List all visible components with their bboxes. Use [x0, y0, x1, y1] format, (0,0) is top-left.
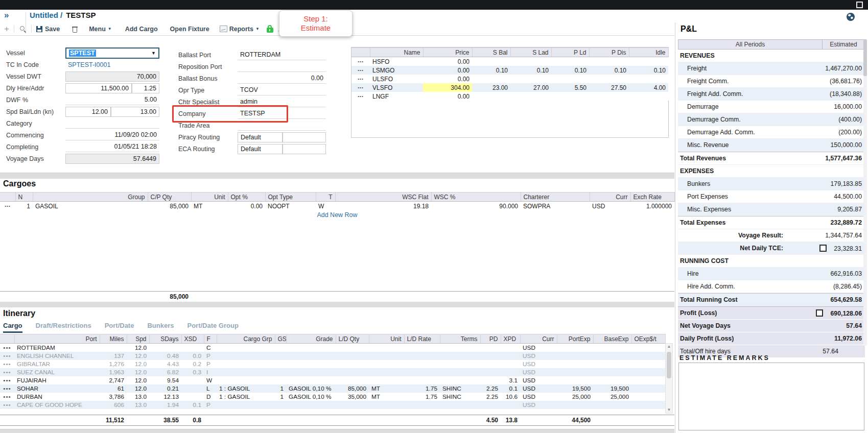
sdays-cell[interactable]: 6.82	[149, 368, 181, 376]
pnl-period-header[interactable]: All Periods	[678, 40, 822, 49]
ld-rate-cell[interactable]	[404, 360, 440, 368]
cargo-opt-cell[interactable]: 0.00	[228, 202, 265, 211]
bunker-idle-cell[interactable]	[629, 75, 668, 83]
gs-cell[interactable]: 1	[275, 393, 286, 401]
gs-cell[interactable]	[275, 344, 286, 352]
portexp-cell[interactable]	[557, 401, 593, 409]
bunker-price-cell[interactable]: 0.00	[423, 92, 472, 101]
window-icon[interactable]	[856, 2, 863, 8]
bunker-slad-cell[interactable]	[510, 92, 551, 101]
terms-cell[interactable]	[440, 344, 480, 352]
portexp-cell[interactable]: 25,000	[557, 393, 593, 401]
ballast-port-field[interactable]: ROTTERDAM	[238, 50, 326, 60]
scrollbar-thumb[interactable]	[863, 39, 867, 76]
row-menu-icon[interactable]: •••	[0, 384, 14, 393]
bunker-name-cell[interactable]: VLSFO	[370, 83, 423, 92]
grade-cell[interactable]	[286, 368, 336, 376]
sdays-cell[interactable]: 0.21	[149, 384, 181, 393]
ld-rate-cell[interactable]: 1.75	[404, 393, 440, 401]
unit-cell[interactable]: MT	[369, 393, 404, 401]
pd-cell[interactable]	[480, 376, 501, 384]
bunker-sbal-cell[interactable]	[472, 57, 510, 66]
unit-cell[interactable]	[369, 352, 404, 360]
bunker-price-cell[interactable]: 0.00	[423, 57, 472, 66]
ld-qty-cell[interactable]	[336, 368, 369, 376]
dwf-field[interactable]: 5.00	[65, 95, 159, 105]
pd-cell[interactable]	[480, 368, 501, 376]
bunker-sbal-cell[interactable]: 0.10	[472, 66, 510, 75]
scroll-down-icon[interactable]: ▼	[666, 407, 672, 413]
grade-cell[interactable]	[286, 352, 336, 360]
ld-qty-cell[interactable]	[336, 360, 369, 368]
terms-cell[interactable]	[440, 360, 480, 368]
spd-cell[interactable]: 12.0	[127, 352, 149, 360]
ld-rate-cell[interactable]	[404, 376, 440, 384]
search-icon[interactable]	[19, 25, 27, 33]
ld-rate-cell[interactable]	[404, 352, 440, 360]
cargo-grp-cell[interactable]: 1 : GASOIL	[217, 393, 275, 401]
curr-cell[interactable]: USD	[520, 360, 557, 368]
cargo-grp-cell[interactable]	[217, 376, 275, 384]
oexp-cell[interactable]	[631, 344, 665, 352]
function-cell[interactable]: P	[204, 352, 217, 360]
cargo-grp-cell[interactable]	[217, 360, 275, 368]
bunker-pld-cell[interactable]	[551, 92, 589, 101]
xsd-cell[interactable]	[181, 393, 204, 401]
ld-qty-cell[interactable]	[336, 344, 369, 352]
xsd-cell[interactable]: 0.3	[181, 368, 204, 376]
terms-cell[interactable]: SHINC	[440, 384, 480, 393]
reports-button[interactable]: Reports ▼	[220, 26, 260, 33]
oexp-cell[interactable]	[631, 368, 665, 376]
spd-cell[interactable]: 12.0	[127, 360, 149, 368]
scroll-up-icon[interactable]: ▲	[666, 344, 672, 350]
grade-cell[interactable]: GASOIL 0,10 %	[286, 384, 336, 393]
grade-cell[interactable]	[286, 401, 336, 409]
port-cell[interactable]: SUEZ CANAL	[14, 368, 100, 376]
ld-qty-cell[interactable]	[336, 376, 369, 384]
new-estimate-button[interactable]: +	[4, 25, 9, 33]
port-cell[interactable]: ENGLISH CHANNEL	[14, 352, 100, 360]
unit-cell[interactable]	[369, 360, 404, 368]
row-menu-icon[interactable]: •••	[0, 368, 14, 376]
sdays-cell[interactable]	[149, 344, 181, 352]
bunker-sbal-cell[interactable]: 23.00	[472, 83, 510, 92]
company-field[interactable]: TESTSP	[238, 109, 326, 119]
miles-cell[interactable]: 1,276	[100, 360, 127, 368]
unit-cell[interactable]	[369, 368, 404, 376]
sdays-cell[interactable]: 12.13	[149, 393, 181, 401]
terms-cell[interactable]: SHINC	[440, 393, 480, 401]
xpd-cell[interactable]: 10.6	[501, 393, 520, 401]
cargo-grp-cell[interactable]: 1 : GASOIL	[217, 384, 275, 393]
ld-qty-cell[interactable]: 85,000	[336, 384, 369, 393]
unit-cell[interactable]	[369, 344, 404, 352]
terms-cell[interactable]	[440, 368, 480, 376]
delete-button[interactable]	[72, 26, 78, 33]
open-fixture-button[interactable]: Open Fixture	[170, 26, 209, 33]
bunker-price-cell[interactable]: 304.00	[423, 83, 472, 92]
unit-cell[interactable]	[369, 401, 404, 409]
bunker-pld-cell[interactable]: 5.50	[551, 83, 589, 92]
gs-cell[interactable]	[275, 360, 286, 368]
bunker-idle-cell[interactable]	[629, 57, 668, 66]
baseexp-cell[interactable]	[593, 360, 631, 368]
xpd-cell[interactable]: 3.1	[501, 376, 520, 384]
baseexp-cell[interactable]	[593, 352, 631, 360]
cargo-wsc-pct-cell[interactable]: 90.000	[431, 202, 521, 211]
dly-hire-field[interactable]: 11,500.00	[65, 83, 132, 93]
miles-cell[interactable]	[100, 344, 127, 352]
pnl-estimated-header[interactable]: Estimated	[822, 40, 864, 49]
port-cell[interactable]: ROTTERDAM	[14, 344, 100, 352]
itinerary-tab[interactable]: Draft/Restrictions	[36, 322, 91, 333]
bunker-idle-cell[interactable]	[629, 92, 668, 101]
bunker-pdis-cell[interactable]: 0.10	[589, 66, 629, 75]
cargo-charterer-cell[interactable]: SOWPRA	[521, 202, 590, 211]
grade-cell[interactable]	[286, 360, 336, 368]
bunker-idle-cell[interactable]: 4.00	[629, 83, 668, 92]
function-cell[interactable]: W	[204, 376, 217, 384]
curr-cell[interactable]: USD	[520, 376, 557, 384]
xpd-cell[interactable]	[501, 352, 520, 360]
cargo-opt-type-cell[interactable]: NOOPT	[265, 202, 316, 211]
bunker-pdis-cell[interactable]	[589, 75, 629, 83]
spd-cell[interactable]: 12.0	[127, 376, 149, 384]
estimate-remarks-input[interactable]	[678, 363, 864, 430]
